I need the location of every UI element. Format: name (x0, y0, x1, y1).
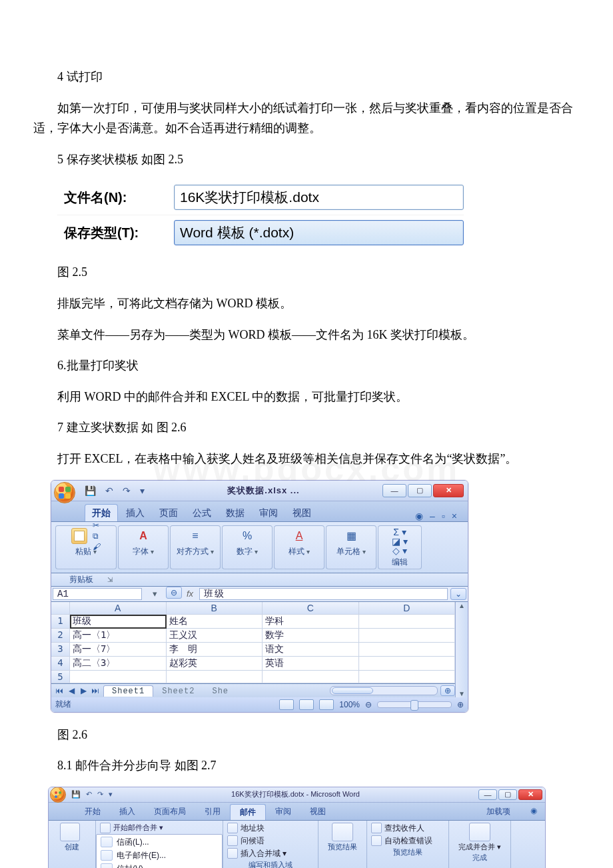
cell-D4[interactable] (359, 657, 456, 671)
cell-C3[interactable]: 语文 (263, 643, 359, 657)
mdi-close-icon[interactable]: × (452, 511, 457, 521)
cell-C1[interactable]: 学科 (263, 615, 359, 629)
redo-icon[interactable]: ↷ (123, 485, 131, 496)
insert-merge-field-button[interactable]: 插入合并域 ▾ (227, 848, 314, 859)
sheet-add-button[interactable]: ⊕ (440, 685, 455, 696)
tab-home[interactable]: 开始 (85, 504, 118, 521)
styles-group-icon[interactable]: A (296, 527, 303, 545)
cells-group-icon[interactable]: ▦ (346, 527, 356, 545)
view-normal-icon[interactable] (279, 699, 294, 710)
cell-D5[interactable] (359, 671, 456, 683)
cell-D2[interactable] (359, 629, 456, 643)
word-minimize-button[interactable]: — (478, 789, 497, 800)
create-envelopes-button[interactable] (53, 823, 87, 841)
tab-insert[interactable]: 插入 (119, 505, 151, 521)
word-tab-home[interactable]: 开始 (75, 804, 110, 820)
mdi-restore-icon[interactable]: ▫ (442, 511, 445, 521)
qat-more-icon[interactable]: ▾ (140, 485, 145, 496)
cell-B1[interactable]: 姓名 (167, 615, 263, 629)
word-save-icon[interactable]: 💾 (71, 790, 81, 799)
save-icon[interactable]: 💾 (85, 485, 96, 496)
word-tab-review[interactable]: 审阅 (266, 804, 301, 820)
word-tab-pagelayout[interactable]: 页面布局 (145, 804, 195, 820)
excel-grid[interactable]: A B C D 1 班级 姓名 学科 2 高一〈1〉 王义汉 数学 3 高一〈7… (51, 602, 455, 683)
row-header[interactable]: 4 (51, 657, 70, 671)
formula-bar-expand[interactable]: ⌄ (450, 588, 466, 600)
select-all-corner[interactable] (51, 602, 70, 615)
styles-group-label[interactable]: 样式 (289, 547, 305, 556)
word-tab-references[interactable]: 引用 (195, 804, 230, 820)
zoom-percent[interactable]: 100% (339, 700, 360, 709)
preview-results-label[interactable]: 预览结果 (328, 842, 357, 852)
preview-results-icon[interactable] (332, 823, 353, 841)
number-group-icon[interactable]: % (243, 527, 252, 545)
cell-B3[interactable]: 李 明 (167, 643, 263, 657)
col-header-B[interactable]: B (167, 602, 263, 615)
auto-check-button[interactable]: 自动检查错误 (371, 835, 444, 847)
col-header-C[interactable]: C (263, 602, 359, 615)
savedlg-type-field[interactable]: Word 模板 (*.dotx) (174, 220, 464, 245)
cell-A2[interactable]: 高一〈1〉 (70, 629, 167, 643)
editing-group-icons[interactable]: Σ ▾◪ ▾◇ ▾ (392, 527, 408, 555)
word-close-button[interactable]: ✕ (518, 789, 542, 800)
word-tab-mailings[interactable]: 邮件 (230, 804, 266, 820)
word-redo-icon[interactable]: ↷ (97, 790, 103, 799)
maximize-button[interactable]: ▢ (408, 484, 432, 497)
cell-C5[interactable] (263, 671, 359, 683)
row-header[interactable]: 2 (51, 629, 70, 643)
cell-D1[interactable] (359, 615, 456, 629)
font-group-icon[interactable]: A (139, 527, 147, 545)
cell-B5[interactable] (167, 671, 263, 683)
cell-A5[interactable] (70, 671, 167, 683)
cell-A4[interactable]: 高二〈3〉 (70, 657, 167, 671)
tab-view[interactable]: 视图 (286, 505, 318, 521)
zoom-slider[interactable] (377, 701, 452, 708)
start-mail-merge-button[interactable]: 开始邮件合并 ▾ (113, 823, 163, 833)
font-group-label[interactable]: 字体 (133, 547, 149, 556)
word-tab-view[interactable]: 视图 (301, 804, 335, 820)
cells-group-label[interactable]: 单元格 (336, 547, 360, 556)
word-office-button[interactable] (50, 787, 66, 803)
office-button[interactable] (54, 482, 75, 503)
close-button[interactable]: ✕ (433, 484, 464, 497)
col-header-A[interactable]: A (70, 602, 167, 615)
sheet-tab-1[interactable]: Sheet1 (103, 685, 153, 697)
menu-item-email[interactable]: 电子邮件(E)... (98, 849, 221, 862)
finish-merge-button[interactable]: 完成并合并 ▾ (458, 842, 501, 852)
paste-icon[interactable] (71, 528, 87, 544)
view-pagelayout-icon[interactable] (299, 699, 314, 710)
sheet-tab-2[interactable]: Sheet2 (153, 685, 203, 697)
word-maximize-button[interactable]: ▢ (498, 789, 517, 800)
sheet-nav[interactable]: ⏮◀▶⏭ (51, 686, 103, 695)
greeting-line-button[interactable]: 问候语 (227, 835, 314, 847)
fx-icon[interactable]: fx (182, 587, 198, 601)
number-group-label[interactable]: 数字 (237, 547, 253, 556)
address-block-button[interactable]: 地址块 (227, 823, 314, 834)
zoom-out-icon[interactable]: ⊖ (365, 700, 372, 709)
cell-C4[interactable]: 英语 (263, 657, 359, 671)
copy-icon[interactable]: ⧉ (93, 531, 101, 541)
minimize-button[interactable]: — (382, 484, 406, 497)
cut-icon[interactable]: ✂ (93, 521, 101, 530)
word-tab-addins[interactable]: 加载项 (477, 804, 520, 820)
cell-B4[interactable]: 赵彩英 (167, 657, 263, 671)
tab-data[interactable]: 数据 (219, 505, 251, 521)
word-help-icon[interactable]: ◉ (525, 804, 542, 820)
cell-D3[interactable] (359, 643, 456, 657)
row-header[interactable]: 3 (51, 643, 70, 657)
sheet-tab-3[interactable]: She (203, 685, 237, 697)
row-header[interactable]: 5 (51, 671, 70, 683)
tab-pagelayout[interactable]: 页面 (153, 505, 185, 521)
col-header-D[interactable]: D (359, 602, 456, 615)
horizontal-scrollbar[interactable] (330, 686, 438, 695)
tab-review[interactable]: 审阅 (253, 505, 285, 521)
word-undo-icon[interactable]: ↶ (86, 790, 92, 799)
name-box[interactable]: A1 (53, 588, 142, 600)
finish-merge-icon[interactable] (469, 823, 490, 841)
view-pagebreak-icon[interactable] (319, 699, 334, 710)
find-recipient-button[interactable]: 查找收件人 (371, 823, 444, 834)
vertical-scrollbar[interactable]: ▲ ▼ (455, 602, 468, 697)
formula-expand[interactable]: ⊖ (166, 587, 182, 599)
menu-item-letters[interactable]: 信函(L)... (98, 836, 221, 849)
align-group-label[interactable]: 对齐方式 (177, 547, 209, 556)
